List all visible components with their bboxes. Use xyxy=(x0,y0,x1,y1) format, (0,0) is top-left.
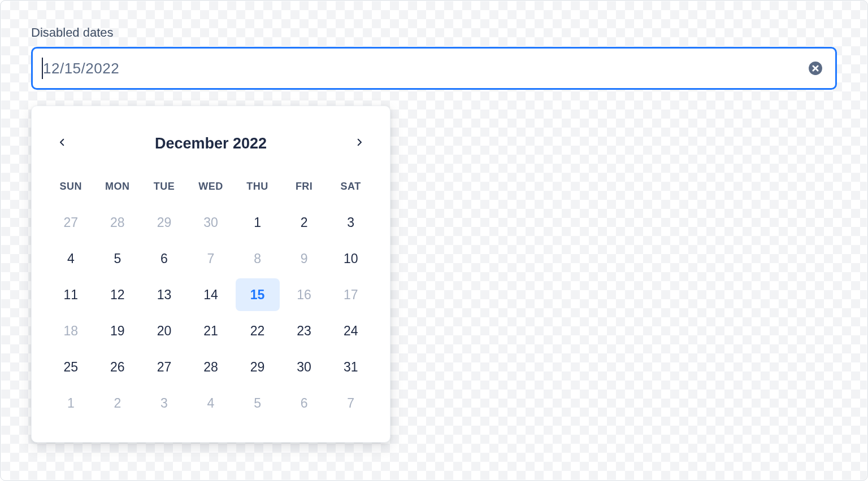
calendar-day[interactable]: 3 xyxy=(329,206,373,239)
calendar-day: 9 xyxy=(282,242,326,275)
clear-button[interactable] xyxy=(808,61,823,76)
calendar-day[interactable]: 13 xyxy=(142,278,186,311)
calendar-day[interactable]: 20 xyxy=(142,314,186,347)
calendar-title: December 2022 xyxy=(155,135,267,152)
calendar-dow: SAT xyxy=(327,174,374,203)
calendar-day[interactable]: 29 xyxy=(142,206,186,239)
date-field: Disabled dates 12/15/2022 xyxy=(31,25,837,90)
calendar-day[interactable]: 26 xyxy=(96,351,140,383)
calendar-day[interactable]: 12 xyxy=(96,278,140,311)
calendar-day[interactable]: 2 xyxy=(96,387,140,419)
calendar-day[interactable]: 23 xyxy=(282,314,326,347)
calendar-day[interactable]: 29 xyxy=(236,351,280,383)
calendar-day[interactable]: 6 xyxy=(142,242,186,275)
calendar-day[interactable]: 27 xyxy=(49,206,93,239)
close-circle-icon xyxy=(808,61,823,76)
calendar-dow: SUN xyxy=(47,174,94,203)
field-label: Disabled dates xyxy=(31,25,837,40)
calendar-day[interactable]: 3 xyxy=(142,387,186,419)
calendar-day[interactable]: 30 xyxy=(282,351,326,383)
calendar-day[interactable]: 7 xyxy=(329,387,373,419)
calendar-day[interactable]: 10 xyxy=(329,242,373,275)
calendar-day[interactable]: 28 xyxy=(189,351,233,383)
calendar-dow: MON xyxy=(94,174,141,203)
prev-month-button[interactable] xyxy=(51,132,73,155)
calendar-day[interactable]: 5 xyxy=(96,242,140,275)
calendar-day: 7 xyxy=(189,242,233,275)
calendar-day[interactable]: 2 xyxy=(282,206,326,239)
calendar-day[interactable]: 25 xyxy=(49,351,93,383)
calendar-day[interactable]: 22 xyxy=(236,314,280,347)
calendar-day[interactable]: 24 xyxy=(329,314,373,347)
calendar-day: 8 xyxy=(236,242,280,275)
calendar-day[interactable]: 19 xyxy=(96,314,140,347)
calendar-dow: TUE xyxy=(141,174,188,203)
calendar-day[interactable]: 27 xyxy=(142,351,186,383)
date-input-value: 12/15/2022 xyxy=(43,60,119,77)
chevron-right-icon xyxy=(354,137,364,150)
calendar-day[interactable]: 6 xyxy=(282,387,326,419)
calendar-day[interactable]: 30 xyxy=(189,206,233,239)
calendar-day[interactable]: 4 xyxy=(49,242,93,275)
text-caret xyxy=(42,58,43,79)
calendar-day[interactable]: 28 xyxy=(96,206,140,239)
calendar-day: 16 xyxy=(282,278,326,311)
calendar-day: 17 xyxy=(329,278,373,311)
example-frame: Disabled dates 12/15/2022 December xyxy=(0,0,868,481)
calendar-day[interactable]: 4 xyxy=(189,387,233,419)
calendar-dow: WED xyxy=(188,174,235,203)
calendar-header: December 2022 xyxy=(47,121,374,168)
calendar-day[interactable]: 15 xyxy=(236,278,280,311)
calendar-dow: THU xyxy=(234,174,281,203)
calendar-day[interactable]: 11 xyxy=(49,278,93,311)
calendar-popover: December 2022 SUNMONTUEWEDTHUFRISAT27282… xyxy=(31,106,390,443)
calendar-day[interactable]: 1 xyxy=(49,387,93,419)
calendar-dow: FRI xyxy=(281,174,328,203)
calendar-grid: SUNMONTUEWEDTHUFRISAT2728293012345678910… xyxy=(47,174,374,419)
calendar-day[interactable]: 14 xyxy=(189,278,233,311)
chevron-left-icon xyxy=(57,137,67,150)
date-input[interactable]: 12/15/2022 xyxy=(31,47,837,90)
next-month-button[interactable] xyxy=(348,132,371,155)
calendar-day[interactable]: 1 xyxy=(236,206,280,239)
calendar-day[interactable]: 31 xyxy=(329,351,373,383)
calendar-day: 18 xyxy=(49,314,93,347)
calendar-day[interactable]: 5 xyxy=(236,387,280,419)
calendar-day[interactable]: 21 xyxy=(189,314,233,347)
